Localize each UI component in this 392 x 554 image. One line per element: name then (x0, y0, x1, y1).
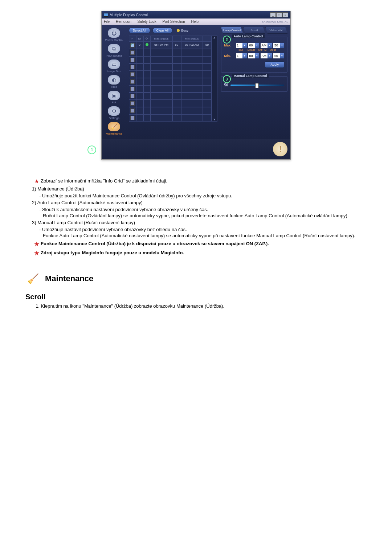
subheading-scroll: Scroll (25, 293, 367, 301)
doc-text: 1. Klepnutím na ikonu "Maintenance" (Údr… (25, 303, 367, 309)
manual-lamp-title: Manual Lamp Control (232, 74, 269, 78)
auto-lamp-title: Auto Lamp Control (232, 34, 265, 38)
vertical-scrollbar[interactable]: ▲ ▼ (212, 36, 217, 122)
menu-remocon[interactable]: Remocon (116, 20, 131, 24)
sidebar: ⏻ Power Control ⧉ Input Source ▭ Image S… (102, 25, 127, 139)
doc-text: 2) Auto Lamp Control (Automatické nastav… (25, 200, 367, 205)
cell-minn: 80 (203, 42, 212, 49)
col-id: ID (136, 36, 143, 42)
sidebar-item-image[interactable]: ▭ Image Size (107, 59, 121, 73)
row-checkbox[interactable] (130, 43, 135, 48)
heading-maintenance: Maintenance (45, 274, 93, 283)
sidebar-item-maintenance[interactable]: 🧹 Maintenance (106, 122, 122, 135)
sidebar-item-time[interactable]: ◐ Time (108, 75, 120, 89)
star-icon: ★ (34, 178, 39, 184)
sidebar-label: Maintenance (106, 132, 122, 135)
slider-thumb[interactable] (255, 83, 259, 88)
status-dot-icon (146, 43, 148, 46)
col-status-icon: ⟳ (143, 36, 151, 42)
lamp-slider[interactable] (230, 85, 284, 86)
tab-scroll[interactable]: Scroll (243, 27, 265, 34)
doc-text: - Umožňuje nastavit podsvícení vybrané o… (25, 227, 367, 232)
chevron-down-icon: ▾ (268, 53, 272, 58)
menu-file[interactable]: File (104, 20, 110, 24)
sidebar-label: Settings (109, 116, 119, 120)
info-grid: ✓ ID ⟳ Max Status Min Status 0 05 : 04 P… (129, 36, 217, 122)
table-row (129, 63, 212, 71)
broom-icon: 🧹 (25, 271, 41, 286)
auto-lamp-section: 2 Auto Lamp Control Max. 1▾ 00▾ AM▾ 50▾ … (221, 37, 288, 73)
sidebar-label: Time (111, 85, 117, 89)
min-label: Min. (224, 54, 234, 58)
table-row (129, 100, 212, 107)
max-value-select[interactable]: 50▾ (273, 43, 284, 48)
tab-video-wall[interactable]: Video Wall (265, 27, 287, 34)
time-icon: ◐ (108, 75, 120, 85)
power-icon: ⏻ (108, 28, 120, 38)
menu-safety-lock[interactable]: Safety Lock (138, 20, 156, 24)
doc-text: Ruční Lamp Control (Ovládání lampy) se a… (25, 213, 367, 218)
clear-all-button[interactable]: Clear All (152, 28, 173, 33)
chevron-down-icon: ▾ (242, 53, 247, 58)
scroll-up-icon[interactable]: ▲ (213, 36, 216, 39)
sub-ampm: AM/PM (258, 49, 267, 51)
sub-minute: Minute (247, 49, 256, 51)
col-check[interactable]: ✓ (129, 36, 136, 42)
doc-bold-text: Zdroj vstupu typu MagicInfo funguje pouz… (41, 250, 184, 255)
menu-help[interactable]: Help (191, 20, 199, 24)
chevron-down-icon: ▾ (280, 43, 284, 48)
table-row (129, 85, 212, 93)
table-row[interactable]: 0 05 : 04 PM 60 03 : 02 AM 80 (129, 42, 212, 49)
min-value-select[interactable]: 50▾ (273, 53, 284, 58)
sidebar-item-input[interactable]: ⧉ Input Source (106, 44, 122, 57)
slider-value: 50 (224, 83, 228, 87)
image-icon: ▭ (108, 59, 120, 69)
doc-text: - Slouží k automatickému nastavení podsv… (25, 207, 367, 212)
min-minute-select[interactable]: 00▾ (248, 53, 259, 58)
apply-button[interactable]: Apply (265, 61, 284, 68)
tab-lamp-control[interactable]: Lamp Control (221, 27, 243, 34)
section-heading: 🧹 Maintenance (25, 271, 367, 286)
min-hour-select[interactable]: 1▾ (236, 53, 247, 58)
max-label: Max. (224, 44, 234, 47)
table-row (129, 71, 212, 78)
col-min: Min Status (181, 36, 203, 42)
max-hour-select[interactable]: 1▾ (236, 43, 247, 48)
gear-icon: ⚙ (108, 106, 120, 116)
min-ampm-select[interactable]: AM▾ (261, 53, 272, 58)
star-icon: ★ (34, 241, 39, 247)
doc-text: Funkce Auto Lamp Control (Automatické na… (25, 233, 367, 238)
pip-icon: ▣ (108, 91, 120, 100)
callout-1: 1 (87, 145, 96, 154)
main-panel: Select All Clear All Busy ✓ ID ⟳ Max Sta… (127, 25, 220, 139)
chevron-down-icon: ▾ (242, 43, 247, 48)
chevron-down-icon: ▾ (255, 53, 259, 58)
titlebar: Multiple Display Control _ □ × (102, 11, 290, 19)
minimize-button[interactable]: _ (270, 12, 276, 17)
chevron-down-icon: ▾ (255, 43, 259, 48)
sidebar-item-pip[interactable]: ▣ PIP (108, 91, 120, 104)
doc-text: Zobrazí se informační mřížka "Info Grid"… (41, 178, 167, 184)
scroll-down-icon[interactable]: ▼ (213, 118, 216, 121)
table-row (129, 78, 212, 85)
doc-bold-text: Funkce Maintenance Control (Údržba) je k… (41, 241, 269, 246)
brand-label: SAMSUNG DIGITAL (262, 20, 288, 23)
doc-body: ★Zobrazí se informační mřížka "Info Grid… (25, 178, 367, 238)
cell-max: 05 : 04 PM (151, 42, 172, 49)
col-maxn (172, 36, 181, 42)
sidebar-item-settings[interactable]: ⚙ Settings (108, 106, 120, 120)
cell-id: 0 (136, 42, 143, 49)
max-ampm-select[interactable]: AM▾ (261, 43, 272, 48)
close-button[interactable]: × (282, 12, 288, 17)
select-all-button[interactable]: Select All (129, 28, 150, 33)
max-minute-select[interactable]: 00▾ (248, 43, 259, 48)
menu-port-selection[interactable]: Port Selection (163, 20, 185, 24)
sidebar-item-power[interactable]: ⏻ Power Control (105, 28, 123, 42)
busy-indicator: Busy (177, 29, 188, 32)
sub-hour: Hour (236, 49, 245, 51)
maximize-button[interactable]: □ (276, 12, 282, 17)
sidebar-label: Image Size (107, 70, 121, 73)
sub-value: Value (269, 49, 278, 51)
cell-maxn: 60 (172, 42, 181, 49)
busy-icon (177, 29, 180, 32)
